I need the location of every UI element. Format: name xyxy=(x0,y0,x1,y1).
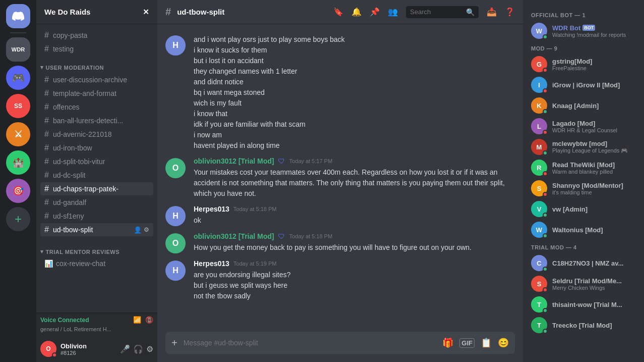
voice-settings-icon[interactable]: 📶 xyxy=(133,316,141,324)
member-item-treecko[interactable]: T Treecko [Trial Mod] xyxy=(527,315,640,335)
message-group: O oblivion3012 [Trial Mod] 🛡 Today at 5:… xyxy=(157,230,523,255)
gift-icon[interactable]: 🎁 xyxy=(442,337,453,348)
sticker-icon[interactable]: 📋 xyxy=(481,337,492,348)
server-list: WDR 🎮 SS ⚔ 🏰 🎯 + xyxy=(0,0,36,362)
member-item-igrow[interactable]: I iGrow | iGrow II [Mod] xyxy=(527,75,640,95)
voice-disconnect-icon[interactable]: 📵 xyxy=(145,316,153,324)
chevron-down-icon: ✕ xyxy=(143,8,149,17)
server-4[interactable]: ⚔ xyxy=(6,122,30,146)
status-indicator xyxy=(543,329,548,334)
member-item-knaag[interactable]: K Knaag [Admin] xyxy=(527,95,640,116)
chevron-icon: ▾ xyxy=(40,248,44,255)
member-item-thisaint-wow[interactable]: T thisaint-wow [Trial M... xyxy=(527,294,640,315)
search-input[interactable] xyxy=(410,8,463,16)
status-indicator xyxy=(543,150,548,156)
search-icon: 🔍 xyxy=(466,8,475,16)
hashtag-icon[interactable]: 🔖 xyxy=(333,7,343,17)
add-attachment-button[interactable]: + xyxy=(171,337,178,349)
member-item-mclewybtw[interactable]: M mclewybtw [mod] Playing League of Lege… xyxy=(527,137,640,157)
message-avatar: H xyxy=(165,206,186,226)
member-item-c18h27no3[interactable]: C C18H27NO3 | NMZ av... xyxy=(527,253,640,273)
channel-item-template-and-format[interactable]: # template-and-format xyxy=(40,87,153,100)
channel-item-ud-dc-split[interactable]: # ud-dc-split xyxy=(40,169,153,182)
member-item-gstring[interactable]: G gstring[Mod] FreePalestine xyxy=(527,54,640,74)
help-icon[interactable]: ❓ xyxy=(505,7,515,17)
server-we-do-raids[interactable]: WDR xyxy=(6,37,30,62)
member-status: it's malding time xyxy=(552,189,636,195)
gif-icon[interactable]: GIF xyxy=(459,338,475,348)
add-server-button[interactable]: + xyxy=(6,207,30,231)
emoji-icon[interactable]: 😊 xyxy=(498,337,509,348)
member-avatar: I xyxy=(531,77,547,93)
member-info: gstring[Mod] FreePalestine xyxy=(552,58,636,71)
channel-item-ud-chaps-trap-patek[interactable]: # ud-chaps-trap-patek- xyxy=(40,182,153,195)
member-item-waltonius[interactable]: W Waltonius [Mod] xyxy=(527,220,640,240)
member-item-seldru[interactable]: S Seldru [Trial Mod/Me... Merry Chicken … xyxy=(527,274,640,294)
pin-icon[interactable]: 📌 xyxy=(370,7,380,17)
server-2[interactable]: 🎮 xyxy=(6,66,30,90)
member-item-vw[interactable]: V vw [Admin] xyxy=(527,199,640,219)
member-item-shannyo[interactable]: S Shannyo [Mod/Mentor] it's malding time xyxy=(527,178,640,198)
messages-area: H and i wont play osrs just to play some… xyxy=(157,24,523,332)
channel-name: template-and-format xyxy=(53,89,149,97)
channel-item-cox-review-chat[interactable]: 📊 cox-review-chat xyxy=(40,257,153,270)
status-indicator xyxy=(543,88,548,93)
message-text: are you endorsing illegal sites? xyxy=(194,270,515,280)
channel-item-user-discussion-archive[interactable]: # user-discussion-archive xyxy=(40,73,153,86)
message-text: How you get the money back to pay is som… xyxy=(194,242,515,253)
category-trial-mentor-reviews[interactable]: ▾ TRIAL MENTOR REVIEWS xyxy=(36,240,157,257)
member-name: Waltonius [Mod] xyxy=(552,226,636,234)
member-avatar: T xyxy=(531,296,547,313)
microphone-icon[interactable]: 🎤 xyxy=(120,344,130,354)
channel-item-offences[interactable]: # offences xyxy=(40,100,153,114)
channel-item-copy-pasta[interactable]: # copy-pasta xyxy=(40,29,153,42)
member-status: Watching !modmail for reports xyxy=(552,32,636,38)
channel-item-ud-gandalf[interactable]: # ud-gandalf xyxy=(40,196,153,209)
hash-icon: # xyxy=(44,225,49,234)
channel-item-ud-iron-tbow[interactable]: # ud-iron-tbow xyxy=(40,141,153,154)
server-5[interactable]: 🏰 xyxy=(6,150,30,175)
channel-item-ud-avernic[interactable]: # ud-avernic-221018 xyxy=(40,128,153,141)
message-content: Herpes013 Today at 5:18 PM ok xyxy=(194,205,515,226)
server-6[interactable]: 🎯 xyxy=(6,179,30,203)
message-avatar: O xyxy=(165,233,186,253)
search-bar[interactable]: 🔍 xyxy=(406,6,479,18)
channel-item-ban-all-lurers[interactable]: # ban-all-lurers-detecti... xyxy=(40,114,153,127)
hash-icon: # xyxy=(44,198,49,207)
bell-icon[interactable]: 🔔 xyxy=(352,7,362,17)
member-item-lagado[interactable]: L Lagado [Mod] WDR HR & Legal Counsel xyxy=(527,116,640,136)
server-header[interactable]: We Do Raids ✕ xyxy=(36,0,157,24)
hash-icon: # xyxy=(44,184,49,193)
server-name: We Do Raids xyxy=(44,8,90,16)
member-avatar: V xyxy=(531,201,547,217)
channel-name: offences xyxy=(53,103,149,111)
discord-home-button[interactable] xyxy=(6,4,30,28)
member-status: Merry Chicken Wings xyxy=(552,285,636,291)
channel-name: ud-split-tobi-vitur xyxy=(53,158,149,166)
member-item-readthewiki[interactable]: R Read TheWiki [Mod] Warm and blankey pi… xyxy=(527,158,640,178)
input-actions: 🎁 GIF 📋 😊 xyxy=(442,337,509,348)
status-indicator xyxy=(543,267,548,272)
bot-badge: BOT xyxy=(582,25,595,31)
channel-item-testing[interactable]: # testing xyxy=(40,42,153,56)
member-name: gstring[Mod] xyxy=(552,58,636,65)
member-info: Treecko [Trial Mod] xyxy=(552,322,636,329)
message-input[interactable] xyxy=(184,333,437,353)
member-name: iGrow | iGrow II [Mod] xyxy=(552,81,636,89)
inbox-icon[interactable]: 📥 xyxy=(487,7,497,17)
channel-item-ud-split-tobi-vitur[interactable]: # ud-split-tobi-vitur xyxy=(40,155,153,168)
gear-icon[interactable]: ⚙ xyxy=(144,226,149,234)
channel-item-ud-tbow-split[interactable]: # ud-tbow-split 👤 ⚙ xyxy=(40,223,153,236)
settings-icon[interactable]: ⚙ xyxy=(146,344,153,354)
member-category-mod: MOD — 9 xyxy=(523,41,644,54)
category-label: USER MODERATION xyxy=(46,65,104,71)
server-3[interactable]: SS xyxy=(6,94,30,118)
headset-icon[interactable]: 🎧 xyxy=(133,344,143,354)
member-avatar: W xyxy=(531,23,547,39)
channel-item-ud-sf1eny[interactable]: # ud-sf1eny xyxy=(40,210,153,223)
status-indicator xyxy=(543,109,548,114)
category-user-moderation[interactable]: ▾ USER MODERATION xyxy=(36,56,157,73)
add-member-icon[interactable]: 👤 xyxy=(134,226,142,234)
member-item-wdr-bot[interactable]: W WDR Bot BOT Watching !modmail for repo… xyxy=(527,21,640,41)
members-icon[interactable]: 👥 xyxy=(388,7,398,17)
